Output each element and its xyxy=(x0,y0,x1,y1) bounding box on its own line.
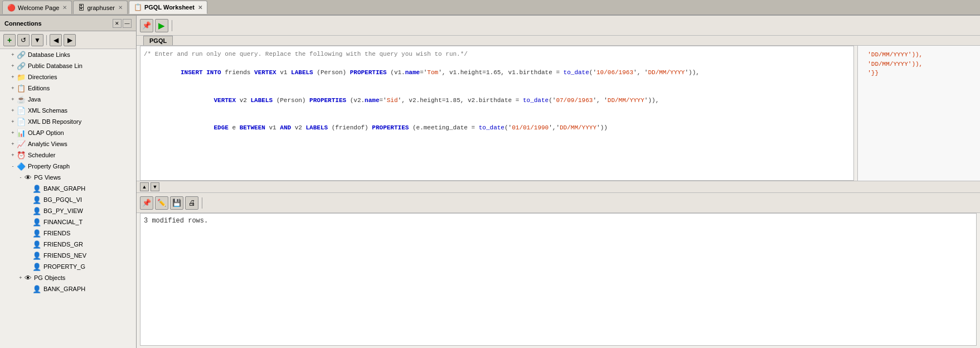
bank-graph-label: BANK_GRAPH xyxy=(43,185,85,192)
results-edit-btn[interactable]: ✏️ xyxy=(155,196,168,210)
filter-btn[interactable]: ▼ xyxy=(31,34,43,46)
bank-graph2-icon: 👤 xyxy=(32,285,41,293)
graphuser-tab-icon: 🗄 xyxy=(78,4,85,12)
toggle-db-links[interactable]: + xyxy=(9,52,17,57)
tree-item-public-db-links[interactable]: + 🔗 Public Database Lin xyxy=(0,60,136,71)
tree-item-financial-t[interactable]: 👤 FINANCIAL_T xyxy=(0,216,136,228)
sidebar-close-btn[interactable]: ✕ xyxy=(113,19,122,28)
scroll-down-btn[interactable]: ▼ xyxy=(151,182,159,191)
tab-pgql[interactable]: 📋 PGQL Worksheet ✕ xyxy=(129,1,207,14)
tree-item-friends-ne[interactable]: 👤 FRIENDS_NEV xyxy=(0,250,136,261)
panel-divider: ▲ ▼ xyxy=(137,181,980,193)
toggle-public-db-links[interactable]: + xyxy=(9,63,17,69)
tree-item-scheduler[interactable]: + ⏰ Scheduler xyxy=(0,149,136,161)
tab-graphuser[interactable]: 🗄 graphuser ✕ xyxy=(73,1,128,14)
tree-item-directories[interactable]: + 📁 Directories xyxy=(0,71,136,83)
bank-graph2-label: BANK_GRAPH xyxy=(43,286,85,292)
overflow-line-1: 'DD/MM/YYYY')), xyxy=(860,50,978,60)
tree-item-friends-gr[interactable]: 👤 FRIENDS_GR xyxy=(0,239,136,250)
tab-welcome[interactable]: 🔴 Welcome Page ✕ xyxy=(2,1,72,14)
collapse-btn[interactable]: ◀ xyxy=(50,34,62,46)
toggle-editions[interactable]: + xyxy=(9,85,17,91)
sidebar-minimize-btn[interactable]: — xyxy=(123,19,132,28)
toggle-scheduler[interactable]: + xyxy=(9,152,17,158)
bg-py-view-icon: 👤 xyxy=(32,207,41,215)
xml-db-repo-label: XML DB Repository xyxy=(28,118,81,125)
bg-py-view-label: BG_PY_VIEW xyxy=(43,207,83,214)
toggle-property-graph[interactable]: - xyxy=(9,163,17,169)
tree-item-java[interactable]: + ☕ Java xyxy=(0,94,136,105)
results-save-btn[interactable]: 💾 xyxy=(170,196,183,210)
tree-item-property-g[interactable]: 👤 PROPERTY_G xyxy=(0,261,136,272)
toggle-olap[interactable]: + xyxy=(9,130,17,136)
expand-btn[interactable]: ▶ xyxy=(64,34,76,46)
run-btn[interactable]: ▶ xyxy=(155,19,168,32)
code-editor[interactable]: /* Enter and run only one query. Replace… xyxy=(140,46,854,181)
friends-icon: 👤 xyxy=(32,229,41,238)
code-line-2: VERTEX v2 LABELS (Person) PROPERTIES (v2… xyxy=(144,86,850,114)
friends-gr-icon: 👤 xyxy=(32,240,41,249)
right-panel: 📌 ▶ PGQL /* Enter and run only one query… xyxy=(137,16,980,348)
public-db-links-icon: 🔗 xyxy=(17,62,26,70)
toggle-java[interactable]: + xyxy=(9,96,17,102)
toggle-pg-objects[interactable]: + xyxy=(17,275,25,281)
welcome-tab-label: Welcome Page xyxy=(18,4,59,11)
tree-item-property-graph[interactable]: - 🔷 Property Graph xyxy=(0,161,136,172)
tree-item-xml-db-repo[interactable]: + 📄 XML DB Repository xyxy=(0,116,136,127)
property-graph-icon: 🔷 xyxy=(17,162,26,171)
toggle-xml-db-repo[interactable]: + xyxy=(9,119,17,124)
pgql-tab-close[interactable]: ✕ xyxy=(198,4,202,11)
financial-t-icon: 👤 xyxy=(32,218,41,226)
toggle-xml-schemas[interactable]: + xyxy=(9,108,17,113)
analytic-views-icon: 📈 xyxy=(17,140,26,148)
tree-item-bank-graph[interactable]: 👤 BANK_GRAPH xyxy=(0,183,136,194)
toggle-pg-views[interactable]: - xyxy=(17,175,25,180)
analytic-views-label: Analytic Views xyxy=(28,141,67,147)
tree-item-olap[interactable]: + 📊 OLAP Option xyxy=(0,127,136,138)
tree-item-editions[interactable]: + 📋 Editions xyxy=(0,83,136,94)
tree-item-bank-graph2[interactable]: 👤 BANK_GRAPH xyxy=(0,283,136,294)
java-label: Java xyxy=(28,96,41,103)
results-toolbar-separator xyxy=(202,197,202,209)
ws-toolbar-separator xyxy=(172,20,172,31)
toolbar-separator-1 xyxy=(46,35,47,45)
welcome-tab-close[interactable]: ✕ xyxy=(62,4,67,11)
tree-item-analytic-views[interactable]: + 📈 Analytic Views xyxy=(0,138,136,149)
pg-views-icon: 👁 xyxy=(25,173,32,182)
refresh-btn[interactable]: ↺ xyxy=(17,34,30,46)
graphuser-tab-close[interactable]: ✕ xyxy=(118,4,123,11)
bank-graph-icon: 👤 xyxy=(32,185,41,193)
friends-label: FRIENDS xyxy=(43,230,70,236)
graphuser-tab-label: graphuser xyxy=(87,4,115,11)
pg-objects-label: PG Objects xyxy=(34,274,65,281)
results-pin-btn[interactable]: 📌 xyxy=(140,196,153,210)
tree-item-bg-py-view[interactable]: 👤 BG_PY_VIEW xyxy=(0,205,136,216)
pg-views-label: PG Views xyxy=(34,174,61,181)
pin-btn[interactable]: 📌 xyxy=(140,19,153,32)
results-print-btn[interactable]: 🖨 xyxy=(185,196,198,210)
sidebar-toolbar: + ↺ ▼ ◀ ▶ xyxy=(0,31,136,49)
sidebar-header: Connections ✕ — xyxy=(0,16,136,31)
pgql-tab-label: PGQL Worksheet xyxy=(144,4,195,11)
toggle-analytic-views[interactable]: + xyxy=(9,141,17,147)
tree-item-pg-views[interactable]: - 👁 PG Views xyxy=(0,172,136,183)
scroll-up-btn[interactable]: ▲ xyxy=(140,182,149,191)
toggle-directories[interactable]: + xyxy=(9,74,17,80)
tree-item-db-links[interactable]: + 🔗 Database Links xyxy=(0,49,136,60)
sidebar: Connections ✕ — + ↺ ▼ ◀ ▶ + 🔗 Database L… xyxy=(0,16,137,348)
query-type-tab[interactable]: PGQL xyxy=(143,36,173,45)
tree-item-pg-objects[interactable]: + 👁 PG Objects xyxy=(0,272,136,283)
friends-ne-icon: 👤 xyxy=(32,252,41,260)
tree-item-friends[interactable]: 👤 FRIENDS xyxy=(0,228,136,239)
xml-schemas-label: XML Schemas xyxy=(28,107,67,114)
sidebar-controls: ✕ — xyxy=(113,19,132,28)
olap-label: OLAP Option xyxy=(28,129,64,136)
tree-container[interactable]: + 🔗 Database Links + 🔗 Public Database L… xyxy=(0,49,136,348)
tree-item-xml-schemas[interactable]: + 📄 XML Schemas xyxy=(0,105,136,116)
add-connection-btn[interactable]: + xyxy=(3,34,16,46)
tree-item-bg-pgql-v[interactable]: 👤 BG_PGQL_VI xyxy=(0,194,136,205)
directories-icon: 📁 xyxy=(17,73,26,81)
java-icon: ☕ xyxy=(17,95,26,104)
friends-gr-label: FRIENDS_GR xyxy=(43,241,83,248)
code-line-1: INSERT INTO friends VERTEX v1 LABELS (Pe… xyxy=(144,59,850,87)
